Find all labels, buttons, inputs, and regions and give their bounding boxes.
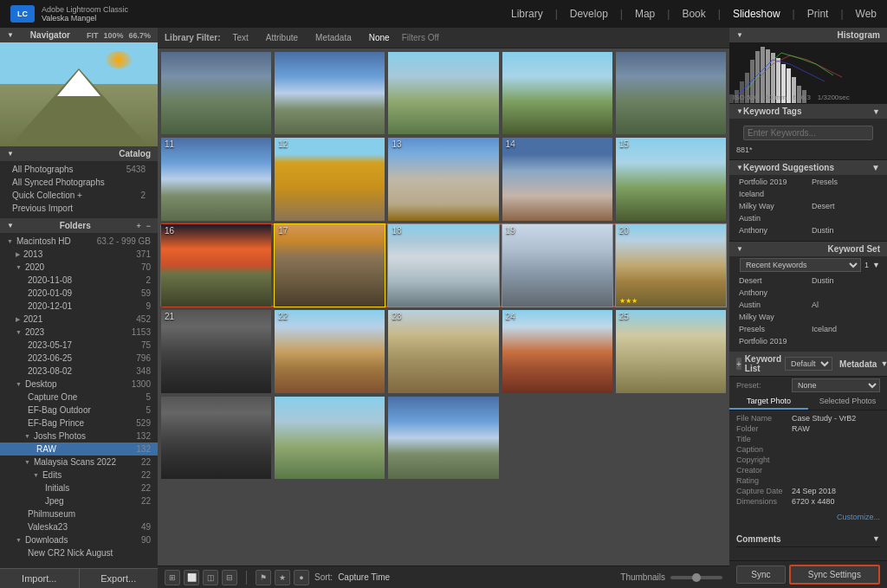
thumbnail-cell[interactable]: 11: [161, 138, 271, 220]
zoom-100[interactable]: 100%: [103, 31, 123, 40]
nav-web[interactable]: Web: [856, 8, 877, 20]
preset-select[interactable]: None: [792, 378, 880, 392]
thumbnail-size-slider[interactable]: [670, 576, 722, 579]
folder-2020-01-09[interactable]: 2020-01-09 59: [0, 287, 158, 300]
star-button[interactable]: ★: [275, 570, 290, 585]
thumbnail-cell-selected[interactable]: 20 ★★★: [616, 224, 726, 307]
thumbnail-cell[interactable]: [616, 52, 726, 134]
folder-macintosh-hd[interactable]: ▼ Macintosh HD 63.2 - 999 GB: [0, 235, 158, 248]
folder-ef-bag-outdoor[interactable]: EF-Bag Outdoor 5: [0, 404, 158, 417]
kw-suggestion[interactable]: Portfolio 2019: [736, 177, 807, 187]
folder-philmuseum[interactable]: Philmuseum: [0, 507, 158, 520]
folder-new-cr2[interactable]: New CR2 Nick August: [0, 546, 158, 559]
compare-view-button[interactable]: ◫: [203, 570, 218, 585]
folder-2013[interactable]: ▶ 2013 371: [0, 248, 158, 261]
thumbnail-cell[interactable]: 16: [161, 224, 271, 307]
keyword-tags-collapse-arrow[interactable]: ▼: [872, 107, 880, 116]
meta-tab-selected[interactable]: Selected Photos: [808, 394, 887, 410]
folder-2023[interactable]: ▼ 2023 1153: [0, 326, 158, 339]
folder-2021[interactable]: ▶ 2021 452: [0, 313, 158, 326]
keyword-tags-header[interactable]: ▼ Keyword Tags ▼: [729, 104, 887, 119]
folder-capture-one[interactable]: Capture One 5: [0, 391, 158, 404]
photo-grid[interactable]: 11 12 13 14: [158, 48, 729, 565]
keyword-set-header[interactable]: ▼ Keyword Set: [729, 242, 887, 256]
folder-raw[interactable]: RAW 132: [0, 443, 158, 456]
folder-desktop[interactable]: ▼ Desktop 1300: [0, 378, 158, 391]
folders-remove-icon[interactable]: −: [146, 222, 151, 230]
catalog-synced[interactable]: All Synced Photographs: [0, 176, 158, 189]
filter-tab-none[interactable]: None: [366, 31, 393, 44]
flag-button[interactable]: ⚑: [256, 570, 271, 585]
comments-header[interactable]: Comments ▼: [736, 532, 880, 547]
thumbnail-cell[interactable]: 21: [161, 310, 271, 392]
navigator-header[interactable]: ▼ Navigator FIT 100% 66.7%: [0, 28, 158, 42]
keyword-suggestions-header[interactable]: ▼ Keyword Suggestions ▼: [729, 160, 887, 175]
filter-tab-metadata[interactable]: Metadata: [312, 31, 355, 44]
zoom-fit[interactable]: FIT: [87, 31, 99, 40]
keyword-list-add-button[interactable]: +: [736, 358, 741, 370]
keyword-input[interactable]: [743, 126, 873, 140]
folder-2023-05-17[interactable]: 2023-05-17 75: [0, 339, 158, 352]
metadata-arrow[interactable]: ▼: [880, 359, 887, 368]
catalog-previous-import[interactable]: Previous Import: [0, 202, 158, 215]
folder-malaysia-scans[interactable]: ▼ Malaysia Scans 2022 22: [0, 456, 158, 468]
export-button[interactable]: Export...: [80, 569, 159, 588]
catalog-header[interactable]: ▼ Catalog: [0, 146, 158, 161]
folder-2023-08-02[interactable]: 2023-08-02 348: [0, 365, 158, 378]
nav-develop[interactable]: Develop: [570, 8, 608, 20]
thumbnail-cell[interactable]: [161, 52, 271, 134]
folder-downloads[interactable]: ▼ Downloads 90: [0, 533, 158, 546]
folder-2020-11-08[interactable]: 2020-11-08 2: [0, 274, 158, 287]
folder-2020-12-01[interactable]: 2020-12-01 9: [0, 300, 158, 313]
keyword-suggestions-arrow[interactable]: ▼: [871, 163, 880, 172]
survey-view-button[interactable]: ⊟: [222, 570, 237, 585]
kw-suggestion[interactable]: Dustin: [809, 225, 880, 236]
kw-suggestion[interactable]: Desert: [809, 201, 880, 211]
folder-2023-06-25[interactable]: 2023-06-25 796: [0, 352, 158, 365]
catalog-quick-collection[interactable]: Quick Collection + 2: [0, 189, 158, 202]
thumbnail-cell-selected[interactable]: 19: [502, 224, 612, 307]
kw-set-item[interactable]: Portfolio 2019: [736, 336, 807, 346]
catalog-all-photos[interactable]: All Photographs 5438: [0, 163, 158, 176]
kw-suggestion[interactable]: [809, 189, 880, 199]
sort-value[interactable]: Capture Time: [338, 572, 390, 582]
thumbnail-cell[interactable]: 25: [616, 310, 726, 392]
customize-link[interactable]: Customize...: [837, 513, 880, 521]
left-scroll-area[interactable]: ▼ Catalog All Photographs 5438 All Synce…: [0, 146, 158, 568]
meta-tab-target[interactable]: Target Photo: [729, 394, 808, 410]
histogram-header[interactable]: ▼ Histogram: [729, 28, 887, 42]
folder-joshs-photos[interactable]: ▼ Joshs Photos 132: [0, 430, 158, 443]
filter-tab-attribute[interactable]: Attribute: [262, 31, 301, 44]
right-scroll-area[interactable]: ▼ Histogram: [729, 28, 887, 560]
filter-tab-text[interactable]: Text: [229, 31, 251, 44]
thumbnail-cell[interactable]: 12: [275, 138, 385, 220]
kw-suggestion[interactable]: Iceland: [736, 189, 807, 199]
kw-suggestion[interactable]: Anthony: [736, 225, 807, 236]
thumbnail-cell[interactable]: [161, 397, 271, 479]
kw-set-item[interactable]: Austin: [736, 300, 807, 310]
thumbnail-cell[interactable]: [275, 52, 385, 134]
thumbnail-cell[interactable]: 14: [502, 138, 612, 220]
kw-suggestion[interactable]: Austin: [736, 213, 807, 223]
sync-settings-button[interactable]: Sync Settings: [789, 565, 880, 585]
thumbnail-cell[interactable]: [275, 397, 385, 479]
kw-suggestion[interactable]: Milky Way: [736, 201, 807, 211]
nav-print[interactable]: Print: [807, 8, 829, 20]
kw-set-item[interactable]: [809, 312, 880, 322]
thumbnail-cell[interactable]: [388, 52, 498, 134]
folder-edits[interactable]: ▼ Edits 22: [0, 468, 158, 481]
folder-ef-bag-prince[interactable]: EF-Bag Prince 529: [0, 417, 158, 430]
folder-jpeg[interactable]: Jpeg 22: [0, 494, 158, 507]
nav-map[interactable]: Map: [635, 8, 655, 20]
kw-set-item[interactable]: Presels: [736, 324, 807, 334]
thumbnail-cell-selected[interactable]: 17: [275, 224, 385, 307]
grid-view-button[interactable]: ⊞: [165, 570, 180, 585]
thumbnail-cell[interactable]: [502, 52, 612, 134]
kw-set-item[interactable]: Dustin: [809, 275, 880, 286]
kw-set-item[interactable]: Anthony: [736, 288, 807, 298]
comments-arrow[interactable]: ▼: [872, 534, 880, 544]
kw-suggestion[interactable]: Presels: [809, 177, 880, 187]
keyword-set-select[interactable]: Recent Keywords: [740, 258, 861, 272]
kw-set-item[interactable]: Al: [809, 300, 880, 310]
thumbnail-cell[interactable]: 22: [275, 310, 385, 392]
